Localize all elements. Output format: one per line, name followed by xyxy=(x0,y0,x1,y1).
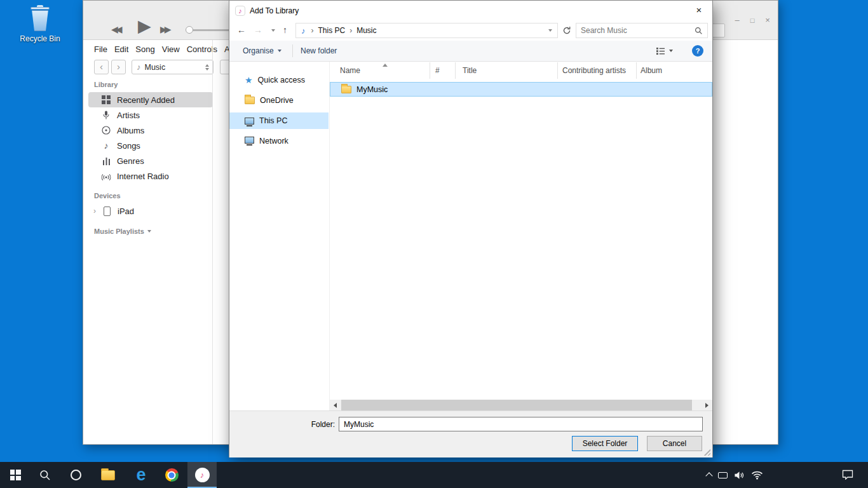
dialog-close-button[interactable]: × xyxy=(691,4,707,17)
itunes-taskbar-button[interactable]: ♪ xyxy=(187,462,217,488)
microphone-icon xyxy=(101,110,111,120)
breadcrumb-separator: › xyxy=(309,26,316,35)
nav-item-onedrive[interactable]: OneDrive xyxy=(229,92,329,109)
scroll-left-button[interactable] xyxy=(330,400,341,410)
grid-icon xyxy=(101,95,111,105)
system-tray xyxy=(707,462,763,488)
touch-keyboard-icon[interactable] xyxy=(718,472,728,478)
desktop: Recycle Bin ◀◀ ▶ ▶▶ – □ × File Edit Song… xyxy=(0,0,868,488)
breadcrumb[interactable]: ♪ › This PC › Music xyxy=(295,23,558,38)
file-name: MyMusic xyxy=(356,85,388,94)
menu-song[interactable]: Song xyxy=(135,44,154,54)
select-spinner-icon xyxy=(205,64,209,71)
ipad-icon xyxy=(102,206,112,216)
wifi-icon[interactable] xyxy=(751,470,763,480)
nav-item-quick-access[interactable]: ★ Quick access xyxy=(229,72,329,88)
nav-item-this-pc[interactable]: This PC xyxy=(229,112,329,129)
fast-forward-button[interactable]: ▶▶ xyxy=(160,24,169,34)
search-box[interactable] xyxy=(576,23,708,38)
search-icon xyxy=(695,27,703,35)
sidebar-item-label: Genres xyxy=(117,156,144,166)
sidebar-item-label: Songs xyxy=(117,141,140,151)
edge-button[interactable]: e xyxy=(126,462,156,488)
sidebar-item-albums[interactable]: Albums xyxy=(88,123,213,138)
select-folder-button[interactable]: Select Folder xyxy=(572,436,638,451)
folder-label: Folder: xyxy=(304,420,335,429)
scroll-right-button[interactable] xyxy=(702,400,712,410)
help-button[interactable]: ? xyxy=(692,45,703,57)
media-kind-select[interactable]: ♪ Music xyxy=(132,60,214,74)
itunes-back-button[interactable]: ‹ xyxy=(94,60,109,74)
itunes-icon: ♪ xyxy=(195,468,210,482)
address-dropdown-chevron-icon[interactable] xyxy=(548,29,552,32)
sidebar-item-songs[interactable]: ♪ Songs xyxy=(88,138,213,153)
new-folder-button[interactable]: New folder xyxy=(301,41,337,61)
forward-button[interactable]: → xyxy=(254,25,262,35)
nav-item-network[interactable]: Network xyxy=(229,133,329,149)
dialog-titlebar[interactable]: ♪ Add To Library × xyxy=(229,1,712,20)
search-input[interactable] xyxy=(581,26,695,35)
music-playlists-header[interactable]: Music Playlists xyxy=(94,227,151,235)
folder-name-input[interactable] xyxy=(339,417,703,431)
play-button[interactable]: ▶ xyxy=(138,16,151,36)
file-row-mymusic[interactable]: MyMusic xyxy=(330,82,712,97)
network-icon xyxy=(245,137,254,144)
organise-button[interactable]: Organise xyxy=(243,41,281,61)
sidebar-item-internet-radio[interactable]: Internet Radio xyxy=(88,168,213,184)
menu-edit[interactable]: Edit xyxy=(114,44,128,54)
back-button[interactable]: ← xyxy=(237,25,246,35)
scrollbar-thumb[interactable] xyxy=(341,400,692,410)
change-view-button[interactable] xyxy=(656,41,673,61)
breadcrumb-music[interactable]: Music xyxy=(354,26,379,35)
music-note-icon: ♪ xyxy=(101,140,111,151)
windows-logo-icon xyxy=(10,470,21,480)
column-header-number[interactable]: # xyxy=(430,62,456,79)
breadcrumb-this-pc[interactable]: This PC xyxy=(316,26,348,35)
cortana-button[interactable] xyxy=(61,462,90,488)
chrome-icon xyxy=(165,468,179,482)
nav-item-label: This PC xyxy=(259,116,287,125)
taskbar-search-button[interactable] xyxy=(31,462,60,488)
itunes-forward-button[interactable]: › xyxy=(111,60,126,74)
menu-view[interactable]: View xyxy=(162,44,180,54)
menu-file[interactable]: File xyxy=(94,44,107,54)
nav-item-label: Quick access xyxy=(258,76,305,85)
itunes-menubar: File Edit Song View Controls Ac xyxy=(94,44,234,54)
speaker-icon[interactable] xyxy=(734,471,745,480)
action-center-button[interactable] xyxy=(842,470,853,482)
sidebar-item-ipad[interactable]: › iPad xyxy=(88,203,213,219)
nav-pane-divider xyxy=(329,62,330,410)
dialog-footer: Folder: Select Folder Cancel xyxy=(229,410,712,458)
refresh-icon[interactable] xyxy=(562,26,571,35)
itunes-maximize-button[interactable]: □ xyxy=(747,17,757,24)
expand-chevron-icon[interactable]: › xyxy=(93,207,96,215)
chrome-button[interactable] xyxy=(157,462,186,488)
column-header-contributing-artists[interactable]: Contributing artists xyxy=(558,62,637,79)
itunes-app-icon: ♪ xyxy=(235,6,245,16)
up-button[interactable]: ↑ xyxy=(283,25,287,35)
column-header-name[interactable]: Name xyxy=(329,62,430,79)
command-bar: Organise New folder ? xyxy=(229,41,712,62)
rewind-button[interactable]: ◀◀ xyxy=(111,24,120,34)
cancel-button[interactable]: Cancel xyxy=(647,436,702,451)
resize-grip[interactable] xyxy=(703,449,710,456)
itunes-minimize-button[interactable]: – xyxy=(732,15,742,25)
itunes-close-button[interactable]: × xyxy=(763,15,773,25)
recycle-bin[interactable]: Recycle Bin xyxy=(17,5,64,43)
column-header-album[interactable]: Album xyxy=(637,62,710,79)
media-kind-value: Music xyxy=(145,63,206,72)
volume-slider-knob[interactable] xyxy=(186,26,193,34)
recent-locations-chevron-icon[interactable] xyxy=(271,29,275,32)
sidebar-item-genres[interactable]: Genres xyxy=(88,153,213,168)
start-button[interactable] xyxy=(1,462,30,488)
show-hidden-icons-chevron[interactable] xyxy=(705,472,712,479)
sidebar-item-artists[interactable]: Artists xyxy=(88,107,213,123)
horizontal-scrollbar[interactable] xyxy=(330,400,712,410)
chevron-down-icon xyxy=(278,50,281,52)
sidebar-divider xyxy=(212,40,213,444)
sidebar-item-label: Artists xyxy=(117,111,140,120)
column-header-title[interactable]: Title xyxy=(456,62,558,79)
sidebar-item-recently-added[interactable]: Recently Added xyxy=(88,92,213,107)
music-folder-icon: ♪ xyxy=(301,26,306,36)
file-explorer-button[interactable] xyxy=(93,462,123,488)
